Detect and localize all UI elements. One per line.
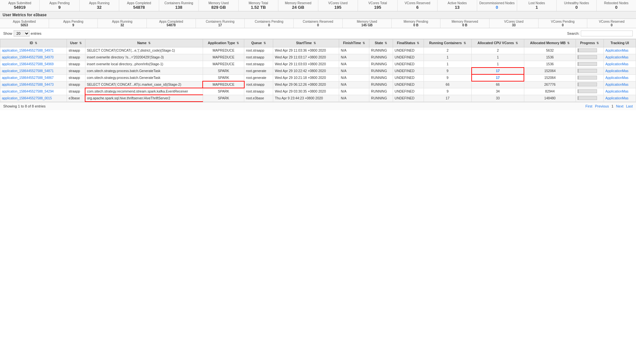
tracking-ui-link[interactable]: ApplicationMas <box>605 76 629 80</box>
previous-page-link[interactable]: Previous <box>595 104 609 108</box>
app-id-link[interactable]: application_1586445527588_54969 <box>2 62 54 66</box>
final-status-cell: UNDEFINED <box>393 88 424 95</box>
app-id-link[interactable]: application_1586445527588_0015 <box>2 96 52 100</box>
metric-vcores-total: VCores Total195 <box>358 0 398 11</box>
tracking-ui-link[interactable]: ApplicationMas <box>605 96 629 100</box>
alloc-memory-cell: 152064 <box>524 74 576 81</box>
app-id-link[interactable]: application_1586445527588_54294 <box>2 90 54 93</box>
user-cell: straapp <box>67 61 85 68</box>
th-user[interactable]: User ⇅ <box>67 39 85 47</box>
metric-vcores-used: VCores Used195 <box>318 0 358 11</box>
running-containers-cell: 9 <box>424 74 472 81</box>
metric-value: 9 <box>42 5 77 10</box>
um-containers-running: Containers Running17 <box>196 19 245 28</box>
tracking-ui-link[interactable]: ApplicationMas <box>605 48 629 52</box>
metric-decommissioned-nodes: Decommissioned Nodes0 <box>477 0 517 11</box>
progress-cell <box>576 61 604 68</box>
tracking-ui-link[interactable]: ApplicationMas <box>605 55 629 59</box>
th-application-type[interactable]: Application Type ⇅ <box>203 39 244 47</box>
final-status-cell: UNDEFINED <box>393 54 424 61</box>
metric-value: 829 GB <box>201 5 236 10</box>
tracking-ui-link[interactable]: ApplicationMas <box>605 69 629 73</box>
th-finalstatus[interactable]: FinalStatus ⇅ <box>393 39 424 47</box>
th-allocated-memory-mb[interactable]: Allocated Memory MB ⇅ <box>524 39 576 47</box>
alloc-memory-cell: 152064 <box>524 68 576 74</box>
th-starttime[interactable]: StartTime ⇅ <box>273 39 339 47</box>
table-row: application_1586445527588_54871straappco… <box>0 68 636 74</box>
th-id[interactable]: ID ⇅ <box>0 39 67 47</box>
final-status-cell: UNDEFINED <box>393 61 424 68</box>
metric-label: Apps Running <box>82 1 117 5</box>
first-page-link[interactable]: First <box>585 104 592 108</box>
app-id-link[interactable]: application_1586445527588_54970 <box>2 56 54 59</box>
table-row: application_1586445527588_54473straappSE… <box>0 81 636 88</box>
running-containers-cell: 1 <box>424 54 472 61</box>
app-id-cell: application_1586445527588_54294 <box>0 88 67 95</box>
start-time-cell: Wed Apr 29 11:03:17 +0800 2020 <box>273 54 339 61</box>
alloc-memory-cell: 5632 <box>524 47 576 54</box>
th-name[interactable]: Name ⇅ <box>85 39 203 47</box>
last-page-link[interactable]: Last <box>626 104 633 108</box>
metric-value[interactable]: 0 <box>479 5 515 10</box>
th-state[interactable]: State ⇅ <box>369 39 393 47</box>
tracking-ui-link[interactable]: ApplicationMas <box>605 82 629 86</box>
th-running-containers[interactable]: Running Containers ⇅ <box>424 39 472 47</box>
metric-label: Active Nodes <box>439 1 475 5</box>
alloc-cpu-cell: 2 <box>472 47 524 54</box>
metric-value: 195 <box>320 5 356 10</box>
progress-bar <box>578 89 597 93</box>
alloc-cpu-cell: 17 <box>472 74 524 81</box>
tracking-ui-link[interactable]: ApplicationMas <box>605 89 629 93</box>
app-id-link[interactable]: application_1586445527588_54871 <box>2 69 54 73</box>
progress-cell <box>576 54 604 61</box>
app-id-link[interactable]: application_1586445527588_54473 <box>2 83 54 86</box>
sort-icon: ⇅ <box>385 42 387 45</box>
show-select[interactable]: 20 50 100 <box>14 30 30 37</box>
tracking-ui-cell: ApplicationMas <box>604 74 636 81</box>
tracking-ui-link[interactable]: ApplicationMas <box>605 62 629 66</box>
metric-label: Decommissioned Nodes <box>479 1 515 5</box>
th-finishtime[interactable]: FinishTime ⇅ <box>339 39 369 47</box>
search-input[interactable] <box>581 31 633 36</box>
sort-icon: ⇅ <box>417 42 419 45</box>
entries-label: entries <box>31 31 42 35</box>
app-id-link[interactable]: application_1586445527588_54867 <box>2 76 54 80</box>
progress-bar <box>578 82 597 86</box>
next-page-link[interactable]: Next <box>616 104 624 108</box>
finish-time-cell: N/A <box>339 54 369 61</box>
current-page: 1 <box>611 104 613 108</box>
name-cell: com.sitech.strategy.recommend.stream.spa… <box>85 88 203 95</box>
alloc-cpu-cell: 34 <box>472 88 524 95</box>
metric-value: 13 <box>439 5 475 10</box>
um-containers-reserved: Containers Reserved0 <box>294 19 343 28</box>
progress-bar <box>578 69 597 73</box>
app-id-cell: application_1586445527588_54867 <box>0 74 67 81</box>
table-row: application_1586445527588_54970straappin… <box>0 54 636 61</box>
metric-label: VCores Used <box>320 1 356 5</box>
table-row: application_1586445527588_54867straappco… <box>0 74 636 81</box>
alloc-cpu-cell: 33 <box>472 95 524 102</box>
progress-bar <box>578 96 597 100</box>
alloc-cpu-cell: 66 <box>472 81 524 88</box>
alloc-memory-cell: 82944 <box>524 88 576 95</box>
th-allocated-cpu-vcores[interactable]: Allocated CPU VCores ⇅ <box>472 39 524 47</box>
metric-apps-completed: Apps Completed54878 <box>119 0 159 11</box>
running-containers-cell: 9 <box>424 88 472 95</box>
metric-memory-reserved: Memory Reserved24 GB <box>278 0 318 11</box>
alloc-memory-cell: 1536 <box>524 61 576 68</box>
app-id-link[interactable]: application_1586445527588_54971 <box>2 49 54 52</box>
app-id-cell: application_1586445527588_54473 <box>0 81 67 88</box>
th-progress[interactable]: Progress ⇅ <box>576 39 604 47</box>
user-metrics-row: Apps Submitted5053Apps Pending9Apps Runn… <box>0 19 636 28</box>
progress-cell <box>576 74 604 81</box>
tracking-ui-cell: ApplicationMas <box>604 54 636 61</box>
start-time-cell: Thu Apr 9 23:44:23 +0800 2020 <box>273 95 339 102</box>
metric-rebooted-nodes: Rebooted Nodes0 <box>597 0 636 11</box>
finish-time-cell: N/A <box>339 68 369 74</box>
th-queue[interactable]: Queue ⇅ <box>244 39 273 47</box>
finish-time-cell: N/A <box>339 95 369 102</box>
app-id-cell: application_1586445527588_54969 <box>0 61 67 68</box>
queue-cell: root.straapp <box>244 88 273 95</box>
sort-icon: ⇅ <box>79 42 82 45</box>
app-id-cell: application_1586445527588_54871 <box>0 68 67 74</box>
